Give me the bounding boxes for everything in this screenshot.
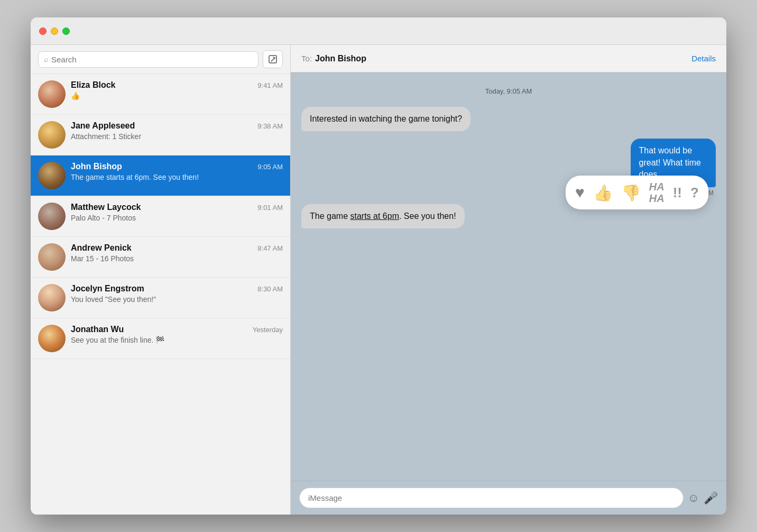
avatar-eliza xyxy=(38,80,66,108)
message-bubble-received-1[interactable]: Interested in watching the game tonight? xyxy=(301,107,470,131)
conv-name-jane: Jane Appleseed xyxy=(71,121,135,131)
conv-name-jocelyn: Jocelyn Engstrom xyxy=(71,284,144,293)
conv-time-jane: 9:38 AM xyxy=(257,122,283,130)
conv-preview-jonathan: See you at the finish line. 🏁 xyxy=(71,336,283,344)
to-label: To: xyxy=(301,54,312,63)
avatar-john xyxy=(38,162,66,189)
compose-button[interactable] xyxy=(263,50,283,68)
message-text-2: That would be great! What time does xyxy=(639,146,701,179)
conv-name-eliza: Eliza Block xyxy=(71,80,115,90)
conversation-item-john[interactable]: John Bishop 9:05 AM The game starts at 6… xyxy=(31,155,290,196)
avatar-matthew xyxy=(38,203,66,230)
tapback-thumbsdown[interactable]: 👎 xyxy=(621,184,641,202)
conv-preview-matthew: Palo Alto - 7 Photos xyxy=(71,214,283,222)
conv-name-matthew: Matthew Laycock xyxy=(71,203,141,212)
conv-top-eliza: Eliza Block 9:41 AM xyxy=(71,80,283,90)
conv-preview-jocelyn: You loved "See you then!" xyxy=(71,295,283,304)
maximize-button[interactable] xyxy=(62,27,70,35)
avatar-jane xyxy=(38,121,66,149)
avatar-andrew xyxy=(38,243,66,271)
messages-window: ⌕ Eliza xyxy=(31,17,726,515)
conv-name-andrew: Andrew Penick xyxy=(71,243,132,253)
chat-header: To: John Bishop Details xyxy=(291,45,726,72)
conv-preview-john: The game starts at 6pm. See you then! xyxy=(71,173,283,181)
conv-preview-andrew: Mar 15 - 16 Photos xyxy=(71,254,283,263)
conv-top-jonathan: Jonathan Wu Yesterday xyxy=(71,325,283,334)
search-icon: ⌕ xyxy=(44,55,48,63)
emoji-button[interactable]: ☺ xyxy=(688,491,699,505)
mic-button[interactable]: 🎤 xyxy=(704,491,718,505)
message-text-3b: starts at 6pm xyxy=(350,212,399,221)
conv-info-john: John Bishop 9:05 AM The game starts at 6… xyxy=(71,162,283,181)
message-text-3a: The game xyxy=(310,212,350,221)
message-text-1: Interested in watching the game tonight? xyxy=(310,114,462,123)
tapback-exclaim[interactable]: !! xyxy=(673,185,682,201)
conversation-item-jonathan[interactable]: Jonathan Wu Yesterday See you at the fin… xyxy=(31,318,290,359)
chat-header-to: To: John Bishop xyxy=(301,54,366,63)
conversation-item-eliza[interactable]: Eliza Block 9:41 AM 👍 xyxy=(31,74,290,115)
conversation-list: Eliza Block 9:41 AM 👍 Jane Appleseed 9:3… xyxy=(31,74,290,515)
message-input[interactable] xyxy=(299,488,684,508)
tapback-popup: ♥ 👍 👎 HAHA !! ? xyxy=(566,176,708,209)
conv-top-andrew: Andrew Penick 8:47 AM xyxy=(71,243,283,253)
conv-top-jane: Jane Appleseed 9:38 AM xyxy=(71,121,283,131)
input-area: ☺ 🎤 xyxy=(291,481,726,515)
conversation-item-matthew[interactable]: Matthew Laycock 9:01 AM Palo Alto - 7 Ph… xyxy=(31,196,290,237)
conv-top-jocelyn: Jocelyn Engstrom 8:30 AM xyxy=(71,284,283,293)
minimize-button[interactable] xyxy=(51,27,58,35)
avatar-jocelyn xyxy=(38,284,66,311)
search-box[interactable]: ⌕ xyxy=(38,51,259,68)
conv-top-john: John Bishop 9:05 AM xyxy=(71,162,283,171)
conversation-item-jocelyn[interactable]: Jocelyn Engstrom 8:30 AM You loved "See … xyxy=(31,278,290,318)
title-bar xyxy=(31,17,726,45)
close-button[interactable] xyxy=(39,27,47,35)
conv-preview-jane: Attachment: 1 Sticker xyxy=(71,132,283,141)
conv-time-eliza: 9:41 AM xyxy=(257,81,283,89)
conversation-item-jane[interactable]: Jane Appleseed 9:38 AM Attachment: 1 Sti… xyxy=(31,115,290,155)
conv-time-jonathan: Yesterday xyxy=(253,326,283,334)
conv-info-jocelyn: Jocelyn Engstrom 8:30 AM You loved "See … xyxy=(71,284,283,304)
message-timestamp: Today, 9:05 AM xyxy=(301,87,716,95)
search-input[interactable] xyxy=(51,55,253,64)
main-content: ⌕ Eliza xyxy=(31,45,726,515)
conv-time-andrew: 8:47 AM xyxy=(257,244,283,252)
conv-info-jonathan: Jonathan Wu Yesterday See you at the fin… xyxy=(71,325,283,344)
avatar-jonathan xyxy=(38,325,66,352)
conv-time-john: 9:05 AM xyxy=(257,163,283,171)
to-name: John Bishop xyxy=(315,54,366,63)
tapback-heart[interactable]: ♥ xyxy=(575,184,585,201)
conv-info-jane: Jane Appleseed 9:38 AM Attachment: 1 Sti… xyxy=(71,121,283,141)
conv-info-andrew: Andrew Penick 8:47 AM Mar 15 - 16 Photos xyxy=(71,243,283,263)
conv-info-eliza: Eliza Block 9:41 AM 👍 xyxy=(71,80,283,100)
message-row-received-1: Interested in watching the game tonight? xyxy=(301,107,716,131)
traffic-lights xyxy=(39,27,70,35)
sidebar-header: ⌕ xyxy=(31,45,290,74)
tapback-question[interactable]: ? xyxy=(690,185,699,201)
details-button[interactable]: Details xyxy=(691,54,716,63)
tapback-haha[interactable]: HAHA xyxy=(649,181,664,204)
tapback-thumbsup[interactable]: 👍 xyxy=(593,184,613,202)
message-bubble-received-3[interactable]: The game starts at 6pm. See you then! xyxy=(301,204,465,228)
conversation-item-andrew[interactable]: Andrew Penick 8:47 AM Mar 15 - 16 Photos xyxy=(31,237,290,278)
message-text-3c: . See you then! xyxy=(399,212,456,221)
conv-info-matthew: Matthew Laycock 9:01 AM Palo Alto - 7 Ph… xyxy=(71,203,283,222)
chat-area: To: John Bishop Details Today, 9:05 AM I… xyxy=(291,45,726,515)
conv-preview-eliza: 👍 xyxy=(71,91,283,100)
conv-name-jonathan: Jonathan Wu xyxy=(71,325,124,334)
conv-time-jocelyn: 8:30 AM xyxy=(257,285,283,293)
sidebar: ⌕ Eliza xyxy=(31,45,291,515)
conv-time-matthew: 9:01 AM xyxy=(257,204,283,212)
messages-area: Today, 9:05 AM Interested in watching th… xyxy=(291,72,726,481)
compose-icon xyxy=(268,54,278,64)
conv-top-matthew: Matthew Laycock 9:01 AM xyxy=(71,203,283,212)
conv-name-john: John Bishop xyxy=(71,162,122,171)
